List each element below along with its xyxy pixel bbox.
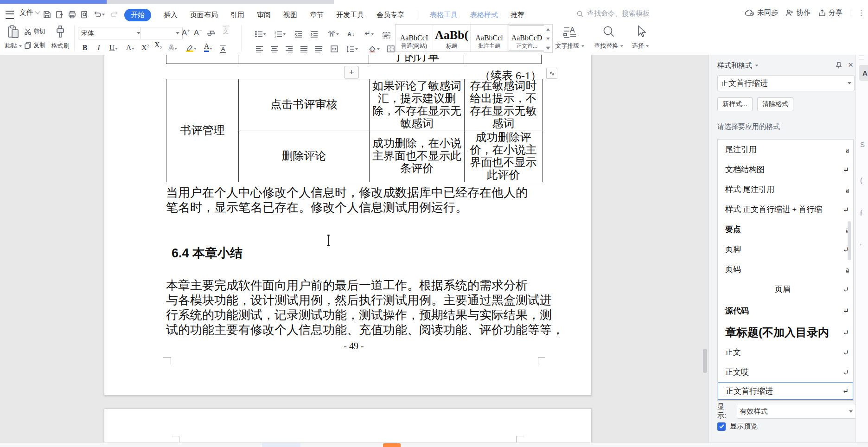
- table-cell[interactable]: 成功删除，在小说主界面也不显示此条评价: [370, 130, 464, 182]
- font-name-select[interactable]: 宋体: [78, 27, 144, 39]
- collaborate-button[interactable]: 协作: [785, 8, 811, 17]
- select-button[interactable]: 选择: [629, 25, 652, 50]
- style-gallery-item[interactable]: AaBbCcD 正文首...: [508, 25, 546, 51]
- ribbon-tab[interactable]: 会员专享: [377, 11, 404, 19]
- style-list-item[interactable]: 页眉 ↵: [718, 279, 853, 299]
- current-style-select[interactable]: 正文首行缩进: [717, 75, 855, 91]
- strikethrough-button[interactable]: A: [122, 41, 138, 52]
- gallery-up-icon[interactable]: [544, 25, 552, 34]
- hamburger-menu-icon[interactable]: [6, 11, 14, 19]
- table-cell-clipped[interactable]: 了的订单: [369, 55, 464, 64]
- show-filter-select[interactable]: 有效样式: [737, 404, 856, 419]
- paste-button[interactable]: 粘贴: [3, 25, 24, 50]
- ribbon-tab[interactable]: 视图: [283, 11, 297, 19]
- table-cell[interactable]: 如果评论了敏感词汇，提示建议删除，不存在显示无敏感词: [370, 79, 464, 130]
- align-left-icon[interactable]: [253, 41, 265, 53]
- font-color-button[interactable]: A: [200, 41, 216, 52]
- highlight-button[interactable]: [183, 41, 199, 52]
- style-list-item[interactable]: 正文首行缩进 ↵: [718, 382, 853, 400]
- document-scrollbar-thumb[interactable]: [703, 349, 707, 373]
- undo-button[interactable]: [92, 9, 106, 19]
- body-paragraph[interactable]: 本章主要完成软件面向用户前的最后一道工作。根据系统的需求分析与各模块功能，设计测…: [166, 278, 542, 338]
- asian-layout-button[interactable]: A: [325, 26, 341, 38]
- increase-indent-icon[interactable]: [308, 26, 320, 38]
- undo-dropdown-icon[interactable]: [102, 13, 105, 15]
- print-icon[interactable]: [67, 9, 77, 19]
- print-preview-icon[interactable]: [79, 9, 89, 19]
- paragraph-layout-icon[interactable]: [328, 41, 340, 53]
- find-replace-button[interactable]: 查找替换: [593, 25, 625, 50]
- align-right-icon[interactable]: [283, 41, 295, 53]
- show-preview-checkbox[interactable]: [717, 422, 726, 431]
- panel-title-dropdown-icon[interactable]: [755, 65, 758, 67]
- style-gallery-item[interactable]: AaBbCcI 普通(网站): [396, 25, 433, 51]
- table-cell[interactable]: 点击书评审核: [239, 79, 369, 130]
- ribbon-tab[interactable]: 插入: [164, 11, 178, 19]
- ribbon-tab[interactable]: 引用: [230, 11, 244, 19]
- save-icon[interactable]: [42, 9, 52, 19]
- more-menu-icon[interactable]: ⋮: [858, 12, 861, 14]
- line-spacing-button[interactable]: [343, 41, 361, 53]
- style-list-item[interactable]: 章标题(不加入目录内 ↵: [718, 322, 853, 342]
- style-list-item[interactable]: 页脚 ↵: [718, 239, 853, 259]
- export-pdf-icon[interactable]: [54, 9, 64, 19]
- decrease-indent-icon[interactable]: [292, 26, 304, 38]
- increase-font-button[interactable]: A+: [180, 26, 192, 38]
- decrease-font-button[interactable]: A−: [192, 26, 204, 38]
- table-cell[interactable]: 书评管理: [166, 79, 238, 182]
- style-list-item[interactable]: 尾注引用 a: [718, 140, 853, 160]
- style-list-item[interactable]: 正文 ↵: [718, 342, 853, 362]
- table-add-row-button[interactable]: +: [344, 66, 359, 79]
- gallery-down-icon[interactable]: [544, 34, 552, 43]
- ribbon-tab[interactable]: 表格工具: [417, 11, 458, 19]
- bold-button[interactable]: B: [79, 41, 91, 52]
- style-list-item[interactable]: 样式 正文首行缩进 + 首行缩 ↵: [718, 199, 853, 219]
- file-menu[interactable]: 文件: [19, 8, 39, 17]
- style-list-item[interactable]: 页码 a: [718, 259, 853, 279]
- table-cell[interactable]: 存在敏感词时给出提示，不存在显示无敏感词: [465, 79, 542, 130]
- redo-button[interactable]: [109, 9, 120, 19]
- style-list-item[interactable]: 正文哎 ↵: [718, 362, 853, 382]
- paragraph-mark-button[interactable]: ↵: [361, 26, 377, 38]
- command-search[interactable]: 查找命令、搜索模板: [576, 9, 650, 18]
- table-cell[interactable]: 删除评论: [239, 130, 369, 182]
- subscript-button[interactable]: X2: [152, 41, 164, 52]
- promo-icon[interactable]: [383, 443, 401, 447]
- style-list-item[interactable]: 文档结构图 ↵: [718, 160, 853, 179]
- ribbon-tab[interactable]: 推荐: [511, 11, 524, 19]
- style-list-scrollbar-thumb[interactable]: [848, 221, 851, 260]
- sidebar-partial-icon[interactable]: f: [860, 209, 862, 217]
- format-painter-button[interactable]: 格式刷: [48, 25, 72, 50]
- distribute-icon[interactable]: [313, 41, 325, 53]
- copy-button[interactable]: 复制: [24, 41, 45, 50]
- sync-status[interactable]: 未同步: [745, 8, 778, 17]
- ribbon-tab[interactable]: 开发工具: [336, 11, 364, 19]
- close-icon[interactable]: ×: [848, 60, 853, 69]
- ribbon-tab[interactable]: 开始: [124, 9, 151, 21]
- character-border-button[interactable]: A: [217, 42, 229, 53]
- gallery-more-icon[interactable]: [544, 43, 552, 52]
- sidebar-partial-icon[interactable]: S: [860, 140, 865, 148]
- sidebar-partial-icon[interactable]: (: [860, 176, 862, 184]
- pin-icon[interactable]: [835, 62, 842, 69]
- new-style-button[interactable]: 新样式...: [717, 97, 753, 111]
- document-page-2[interactable]: [104, 409, 592, 442]
- style-list-item[interactable]: 源代码 ↵: [718, 299, 853, 322]
- italic-button[interactable]: I: [93, 41, 105, 52]
- sort-button[interactable]: A↓: [345, 26, 357, 38]
- document-tab-active[interactable]: [0, 0, 107, 4]
- ribbon-tab[interactable]: 页面布局: [190, 11, 218, 19]
- style-gallery-item[interactable]: AaBbCcl 批注主题: [471, 25, 508, 51]
- sidebar-selected-icon[interactable]: A: [859, 65, 868, 81]
- ribbon-tab[interactable]: 审阅: [257, 11, 271, 19]
- panel-collapse-icon[interactable]: [859, 56, 864, 59]
- share-button[interactable]: 分享: [818, 8, 842, 17]
- phonetic-guide-button[interactable]: wén 文: [218, 24, 234, 36]
- document-tab-inactive[interactable]: [107, 0, 334, 4]
- ribbon-tab[interactable]: 表格样式: [470, 11, 498, 19]
- justify-icon[interactable]: [298, 41, 310, 53]
- superscript-button[interactable]: X2: [139, 41, 151, 52]
- numbered-list-button[interactable]: 123: [273, 26, 287, 38]
- clear-format-icon[interactable]: [205, 26, 217, 38]
- clear-format-button[interactable]: 清除格式: [757, 97, 793, 111]
